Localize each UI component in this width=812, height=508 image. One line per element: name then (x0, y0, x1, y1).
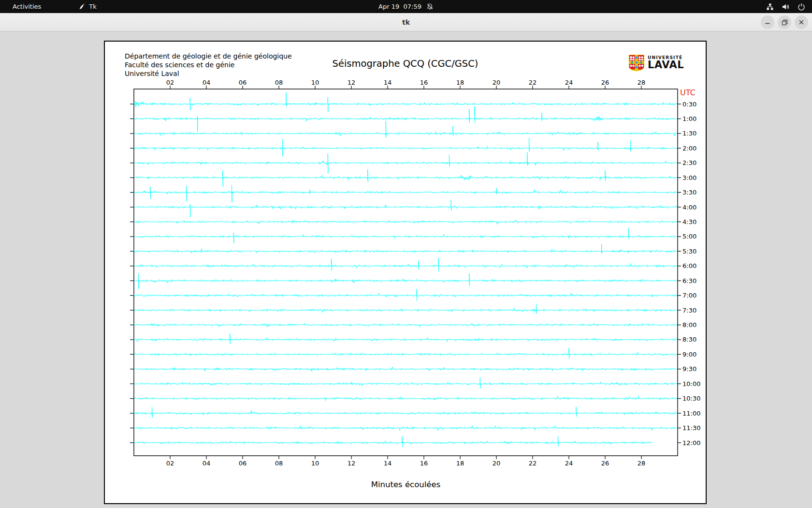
svg-text:06: 06 (239, 79, 247, 86)
svg-text:1:30: 1:30 (682, 130, 696, 137)
close-button[interactable] (795, 15, 808, 29)
svg-text:10:30: 10:30 (682, 395, 700, 402)
svg-text:10: 10 (311, 79, 319, 86)
seismograph-document: Département de géologie et de génie géol… (104, 41, 707, 504)
window-title: tk (0, 13, 812, 31)
svg-text:5:00: 5:00 (682, 233, 696, 240)
svg-text:8:00: 8:00 (682, 321, 696, 329)
svg-text:9:00: 9:00 (682, 351, 696, 358)
seismogram-plot: 0202040406060808101012121414161618182020… (105, 42, 706, 503)
svg-text:12: 12 (348, 79, 356, 86)
svg-text:11:00: 11:00 (682, 410, 700, 417)
svg-text:08: 08 (275, 79, 283, 86)
svg-text:28: 28 (638, 79, 646, 86)
svg-text:02: 02 (166, 79, 174, 86)
app-indicator-label: Tk (89, 3, 96, 10)
svg-text:16: 16 (420, 460, 428, 467)
svg-text:16: 16 (420, 79, 428, 86)
svg-text:9:30: 9:30 (682, 365, 696, 373)
svg-text:5:30: 5:30 (682, 248, 696, 255)
svg-text:0:30: 0:30 (682, 101, 696, 108)
minimize-button[interactable] (761, 15, 774, 29)
svg-text:4:30: 4:30 (682, 218, 696, 225)
svg-text:02: 02 (166, 460, 174, 467)
svg-text:20: 20 (493, 460, 501, 467)
svg-text:2:00: 2:00 (682, 145, 696, 152)
activities-button[interactable]: Activities (9, 2, 45, 11)
svg-text:18: 18 (456, 79, 464, 86)
svg-text:8:30: 8:30 (682, 336, 696, 343)
window-titlebar[interactable]: tk (0, 13, 812, 31)
tk-feather-icon (79, 3, 86, 10)
maximize-button[interactable] (778, 15, 791, 29)
network-wired-icon (766, 3, 774, 11)
tk-app-canvas: Département de géologie et de génie géol… (0, 32, 812, 508)
svg-text:22: 22 (529, 79, 537, 86)
svg-text:24: 24 (565, 460, 573, 467)
svg-text:2:30: 2:30 (682, 159, 696, 166)
svg-text:Minutes écoulées: Minutes écoulées (371, 480, 440, 489)
svg-text:1:00: 1:00 (682, 115, 696, 122)
svg-text:3:30: 3:30 (682, 189, 696, 196)
clock[interactable]: Apr 19 07:59 (378, 3, 421, 10)
svg-text:7:00: 7:00 (682, 292, 696, 299)
power-icon (798, 3, 805, 11)
svg-text:08: 08 (275, 460, 283, 467)
svg-text:12:00: 12:00 (682, 439, 700, 447)
svg-text:10:00: 10:00 (682, 380, 700, 388)
svg-text:06: 06 (239, 460, 247, 467)
svg-text:14: 14 (384, 460, 392, 467)
svg-text:22: 22 (529, 460, 537, 467)
app-indicator-tk[interactable]: Tk (79, 3, 96, 10)
volume-icon (782, 3, 790, 11)
svg-text:10: 10 (311, 460, 319, 467)
svg-text:04: 04 (203, 79, 211, 86)
svg-text:04: 04 (203, 460, 211, 467)
notifications-disabled-bell-icon (426, 3, 434, 10)
system-status-area[interactable] (766, 0, 805, 13)
svg-text:11:30: 11:30 (682, 424, 700, 432)
svg-text:6:30: 6:30 (682, 277, 696, 284)
svg-text:4:00: 4:00 (682, 204, 696, 211)
svg-text:18: 18 (456, 460, 464, 467)
svg-text:26: 26 (601, 460, 609, 467)
svg-text:UTC: UTC (680, 88, 696, 97)
svg-text:20: 20 (493, 79, 501, 86)
svg-text:6:00: 6:00 (682, 262, 696, 269)
svg-text:24: 24 (565, 79, 573, 86)
svg-text:28: 28 (638, 460, 646, 467)
gnome-top-bar: Activities Tk Apr 19 07:59 (0, 0, 812, 13)
svg-text:7:30: 7:30 (682, 307, 696, 314)
svg-text:12: 12 (348, 460, 356, 467)
svg-text:14: 14 (384, 79, 392, 86)
svg-text:3:00: 3:00 (682, 174, 696, 181)
svg-text:26: 26 (601, 79, 609, 86)
